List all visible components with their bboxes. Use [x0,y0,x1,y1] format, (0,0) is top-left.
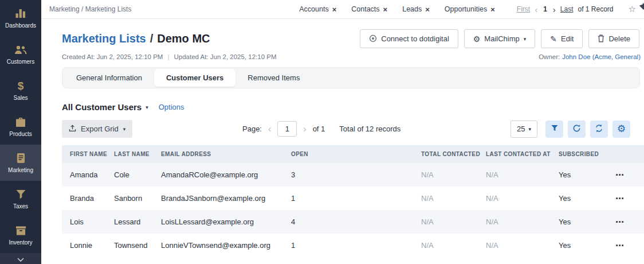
connect-dotdigital-button[interactable]: Connect to dotdigital [360,29,458,48]
options-link[interactable]: Options [159,103,184,111]
cell-email: BrandaJSanborn@example.org [153,194,283,203]
page-header: Marketing Lists / Demo MC Connect to dot… [41,19,644,48]
sidebar-item-marketing[interactable]: Marketing [0,145,41,181]
sidebar-item-label: Inventory [9,239,32,246]
button-label: Export Grid [81,125,119,133]
pencil-icon: ✎ [550,35,557,43]
cell-first-name: Lonnie [62,241,106,250]
row-actions-button[interactable]: ⋯ [613,170,627,180]
tab-general-information[interactable]: General Information [64,69,154,87]
row-actions-button[interactable]: ⋯ [613,240,627,250]
pinbar-item-leads[interactable]: Leads × [402,5,430,14]
cell-actions: ⋯ [605,217,644,227]
title-current: Demo MC [157,32,210,45]
sidebar-collapse-button[interactable] [0,253,41,264]
pinbar-item-opportunities[interactable]: Opportunities × [445,5,495,14]
filter-toggle-button[interactable] [545,121,563,138]
close-icon[interactable]: × [383,5,388,14]
sidebar-item-taxes[interactable]: Taxes [0,181,41,217]
close-icon[interactable]: × [332,5,337,14]
delete-button[interactable]: Delete [588,29,639,48]
cell-actions: ⋯ [605,240,644,251]
column-header-open[interactable]: OPEN [283,151,413,157]
pager-current-page: 1 [542,5,548,13]
tab-customer-users[interactable]: Customer Users [154,69,235,87]
sidebar-item-label: Products [9,131,32,137]
page-label: Page: [242,125,262,133]
grid-view-selector[interactable]: All Customer Users ▾ [62,102,148,112]
cell-email: LonnieVTownsend@example.org [153,241,283,250]
pager-last-link[interactable]: Last [560,5,574,13]
export-grid-button[interactable]: Export Grid ▾ [62,120,132,138]
marketing-icon [16,153,26,164]
column-header-last-name[interactable]: LAST NAME [106,151,153,157]
meta-separator: | [167,53,169,60]
page-size-select[interactable]: 25 ▾ [511,121,537,138]
pinbar-item-label: Accounts [299,5,328,13]
sidebar-item-sales[interactable]: $ Sales [0,72,41,108]
cell-first-name: Branda [62,194,106,203]
column-header-email[interactable]: EMAIL ADDRESS [153,151,283,157]
cell-open: 1 [283,241,413,250]
table-row[interactable]: Lonnie Townsend LonnieVTownsend@example.… [62,234,644,257]
cell-subscribed: Yes [551,218,605,226]
button-label: MailChimp [484,34,519,43]
title-breadcrumb-link[interactable]: Marketing Lists [62,32,146,45]
table-row[interactable]: Amanda Cole AmandaRCole@example.org 3 N/… [62,163,644,187]
grid-actions: 25 ▾ [511,121,630,138]
favorite-star-icon[interactable]: ☆ [629,4,636,14]
tab-removed-items[interactable]: Removed Items [235,69,312,87]
close-icon[interactable]: × [425,5,430,14]
page-input[interactable] [277,121,297,137]
owner-link[interactable]: John Doe (Acme, General) [562,53,641,60]
sidebar-item-products[interactable]: Products [0,108,41,145]
row-actions-button[interactable]: ⋯ [613,217,627,227]
sidebar-item-dashboards[interactable]: Dashboards [0,0,41,36]
column-header-subscribed[interactable]: SUBSCRIBED [551,151,605,157]
gear-icon: ⚙ [473,35,481,43]
title-separator: / [150,32,154,45]
sidebar-item-customers[interactable]: Customers [0,36,41,72]
created-at: Created At: Jun 2, 2025, 12:10 PM [62,53,163,60]
cell-first-name: Amanda [62,170,106,179]
chevron-down-icon: ▾ [123,126,126,132]
button-label: Delete [608,34,630,43]
sync-icon [595,124,603,134]
pinbar-item-accounts[interactable]: Accounts × [299,5,336,14]
row-actions-button[interactable]: ⋯ [613,193,627,203]
reset-grid-button[interactable] [590,121,608,138]
pinbar-item-contacts[interactable]: Contacts × [351,5,387,14]
mailchimp-button[interactable]: ⚙ MailChimp ▾ [464,29,536,48]
export-icon [69,125,76,134]
sidebar: Dashboards Customers $ Sales Products Ma… [0,0,41,264]
total-records: Total of 12 records [339,125,400,133]
column-header-last-contacted-at[interactable]: LAST CONTACTED AT [478,151,551,157]
chevron-left-icon[interactable]: ‹ [535,5,537,14]
cell-last-contacted-at: N/A [478,241,551,250]
page-size-value: 25 [517,125,525,133]
cell-first-name: Lois [62,218,106,226]
pin-icon[interactable] [638,3,644,13]
edit-button[interactable]: ✎ Edit [541,29,583,48]
grid-toolbar: Export Grid ▾ Page: ‹ › of 1 Total of 12… [41,112,644,138]
gear-icon: ⚙ [617,124,626,134]
chevron-left-icon[interactable]: ‹ [267,125,272,134]
column-header-first-name[interactable]: FIRST NAME [62,151,106,157]
grid-view-label: All Customer Users [62,102,142,112]
app-window: Dashboards Customers $ Sales Products Ma… [0,0,644,264]
sidebar-item-inventory[interactable]: Inventory [0,217,41,253]
column-header-total-contacted[interactable]: TOTAL CONTACTED [413,151,478,157]
cell-last-contacted-at: N/A [478,194,551,203]
grid-settings-button[interactable]: ⚙ [612,121,630,138]
chevron-right-icon[interactable]: › [553,5,556,14]
table-row[interactable]: Branda Sanborn BrandaJSanborn@example.or… [62,187,644,210]
pager-first-link[interactable]: First [517,5,530,13]
cell-actions: ⋯ [605,193,644,204]
close-icon[interactable]: × [490,5,495,14]
chevron-down-icon: ▾ [146,104,148,110]
refresh-icon [572,124,581,134]
cell-open: 3 [283,170,413,179]
chevron-right-icon[interactable]: › [302,125,307,134]
refresh-button[interactable] [568,121,586,138]
table-row[interactable]: Lois Lessard LoisLLessard@example.org 4 … [62,210,644,234]
